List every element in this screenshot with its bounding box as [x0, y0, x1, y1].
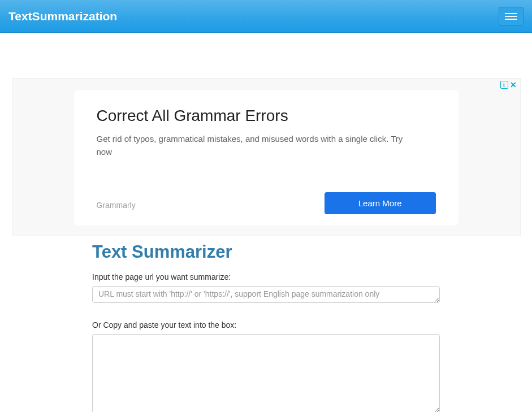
url-input-label: Input the page url you want summarize: — [92, 272, 440, 281]
url-input[interactable] — [92, 286, 440, 303]
navbar: TextSummarization — [0, 0, 532, 33]
main-content: Text Summarizer Input the page url you w… — [92, 242, 440, 412]
hamburger-menu-button[interactable] — [499, 7, 524, 26]
adchoices-info-icon[interactable]: i — [500, 81, 508, 89]
ad-subtitle: Get rid of typos, grammatical mistakes, … — [97, 133, 413, 158]
ad-close-icon[interactable]: ✕ — [510, 81, 517, 89]
ad-brand-label: Grammarly — [97, 201, 136, 210]
text-input[interactable] — [92, 334, 440, 412]
ad-banner: i ✕ Correct All Grammar Errors Get rid o… — [12, 78, 521, 236]
navbar-brand[interactable]: TextSummarization — [8, 10, 117, 23]
ad-card: Correct All Grammar Errors Get rid of ty… — [74, 90, 459, 225]
page-title: Text Summarizer — [92, 242, 440, 262]
page-container: i ✕ Correct All Grammar Errors Get rid o… — [6, 78, 526, 412]
ad-learn-more-button[interactable]: Learn More — [325, 192, 436, 214]
ad-controls: i ✕ — [500, 81, 517, 89]
hamburger-icon — [505, 19, 517, 20]
ad-title: Correct All Grammar Errors — [97, 107, 436, 125]
hamburger-icon — [505, 13, 517, 14]
hamburger-icon — [505, 16, 517, 17]
text-input-label: Or Copy and paste your text into the box… — [92, 320, 440, 329]
